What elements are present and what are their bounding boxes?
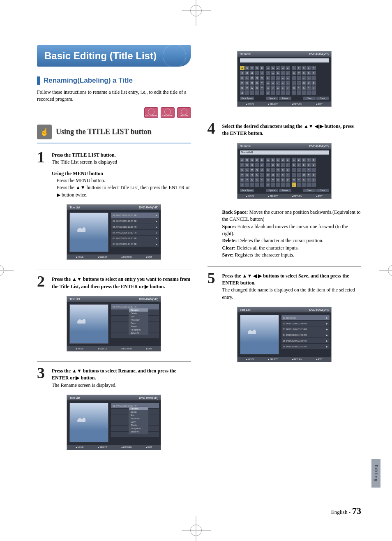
badge-dvd-rw: DVD-RW	[161, 107, 175, 118]
shot3-popup-menu: Rename Delete Edit Protection Copy Playl…	[129, 407, 148, 434]
step-1-sub: The Title List screen is displayed	[52, 159, 117, 165]
kb1-sym: 1234567890-_+=.,!@#$%^&*()	[292, 66, 316, 95]
step-4: 4 Select the desired characters using th…	[208, 122, 362, 137]
step-2: 2 Press the ▲▼ buttons to select an entr…	[37, 275, 191, 290]
divider	[37, 361, 191, 362]
step-3-bold: Press the ▲▼ buttons to select Rename, a…	[52, 368, 176, 381]
screenshot-rename-keyboard-1: Rename DVD-RAM(VR) _ ABCDEFGHIJKLMNOPQRS…	[237, 51, 332, 107]
crop-mark-bottom	[190, 525, 202, 536]
kb1-upper: ABCDEFGHIJKLMNOPQRSTUVWXYZ	[240, 66, 264, 95]
step-1-bold: Press the TITLE LIST button.	[52, 152, 116, 158]
step-1-number: 1	[37, 151, 48, 166]
step-1: 1 Press the TITLE LIST button. The Title…	[37, 151, 191, 166]
subheader-text: Using the TITLE LIST button	[56, 127, 151, 136]
section-header: Renaming(Labeling) a Title	[37, 76, 191, 85]
footer-lang: English -	[331, 509, 350, 515]
kb2-input: Sports(A1)	[240, 150, 329, 155]
step-1-menu-block: Using the MENU button Press the MENU but…	[52, 170, 191, 199]
intro-text: Follow these instructions to rename a ti…	[37, 89, 191, 103]
step-3: 3 Press the ▲▼ buttons to select Rename,…	[37, 367, 191, 389]
step-5-bold: Press the ▲▼ ◀ ▶ buttons to select Save,…	[222, 273, 349, 286]
step-3-sub: The Rename screen is displayed.	[52, 382, 117, 388]
screenshot-rename-keyboard-2: Rename DVD-RAM(VR) Sports(A1) ABCDEFGHIJ…	[237, 143, 332, 199]
badge-dvd-ram: DVD-RAM	[144, 107, 158, 118]
shot1-list: 01 JAN/01/2006 17:30 PR▶ 02 JAN/01/2006 …	[111, 210, 161, 254]
divider	[208, 266, 362, 267]
shot1-hdr: Title List	[69, 206, 80, 209]
kb2-upper: ABCDEFGHIJKLMNOPQRSTUVWXYZ	[240, 158, 264, 187]
section-bar-icon	[37, 76, 40, 85]
definitions-block: Back Space: Moves the cursor one positio…	[222, 209, 362, 259]
kb1-input: _	[240, 58, 329, 62]
left-column: Basic Editing (Title List) Renaming(Labe…	[37, 45, 191, 460]
disc-badges: DVD-RAM DVD-RW DVD-R	[37, 107, 191, 118]
screenshot-title-list-final: Title List DVD-RAM(VR) 01 Sports(A1)▶ 02…	[237, 307, 332, 362]
footer: English -73	[331, 506, 361, 516]
kb1-lower: abcdefghijklmnopqrstuvwxyz	[266, 66, 290, 95]
side-tab-editing: Editing	[371, 459, 380, 488]
screenshot-title-list-1: Title List DVD-RAM(VR) 01 JAN/01/2006 17…	[67, 204, 161, 260]
step-5-sub: The changed title name is displayed on t…	[222, 287, 355, 300]
shot1-mode: DVD-RAM(VR)	[139, 206, 158, 209]
footer-page-number: 73	[352, 506, 361, 516]
step-2-number: 2	[37, 275, 48, 290]
screenshot-title-list-2: Title List DVD-RAM(VR) 01 JAN/01/2006 17…	[67, 296, 161, 351]
shot3-thumbnail	[69, 403, 108, 442]
badge-dvd-r: DVD-R	[177, 107, 191, 118]
screenshot-title-list-3: Title List DVD-RAM(VR) 01 JAN/01/2006 17…	[67, 395, 161, 450]
section-header-text: Renaming(Labeling) a Title	[44, 76, 133, 85]
step-1-menu-b: Press the ▲▼ buttons to select Title Lis…	[57, 184, 191, 199]
step-3-number: 3	[37, 367, 48, 389]
step-5: 5 Press the ▲▼ ◀ ▶ buttons to select Sav…	[208, 272, 362, 301]
kb2-lower: abcdefghijklmnopqrstuvwxyz	[266, 158, 290, 187]
step-1-menu-hdr: Using the MENU button	[52, 171, 103, 176]
shotf-thumbnail	[240, 315, 279, 354]
subheader-underline	[37, 143, 191, 143]
step-2-text: Press the ▲▼ buttons to select an entry …	[52, 276, 190, 289]
shot1-thumbnail	[69, 213, 108, 252]
shotf-list: 01 Sports(A1)▶ 02 JAN/01/2006 21:00 PR▶ …	[281, 312, 331, 357]
kb2-sym: 1234567890-_+=.,!@#$%^&*()	[292, 158, 316, 187]
divider	[37, 270, 191, 270]
step-4-number: 4	[208, 122, 219, 137]
shot2-popup-menu: Rename Delete Edit Protection Copy Playl…	[129, 308, 148, 335]
step-5-number: 5	[208, 272, 219, 301]
divider	[208, 117, 362, 117]
step-4-text: Select the desired characters using the …	[222, 123, 354, 136]
shot2-thumbnail	[69, 304, 108, 344]
right-column: Rename DVD-RAM(VR) _ ABCDEFGHIJKLMNOPQRS…	[208, 45, 362, 460]
banner-title: Basic Editing (Title List)	[37, 45, 191, 67]
subheader-row: Using the TITLE LIST button	[37, 125, 191, 139]
hand-icon	[37, 125, 52, 139]
step-1-menu-a: Press the MENU button.	[57, 177, 191, 184]
crop-mark-top	[190, 5, 202, 16]
